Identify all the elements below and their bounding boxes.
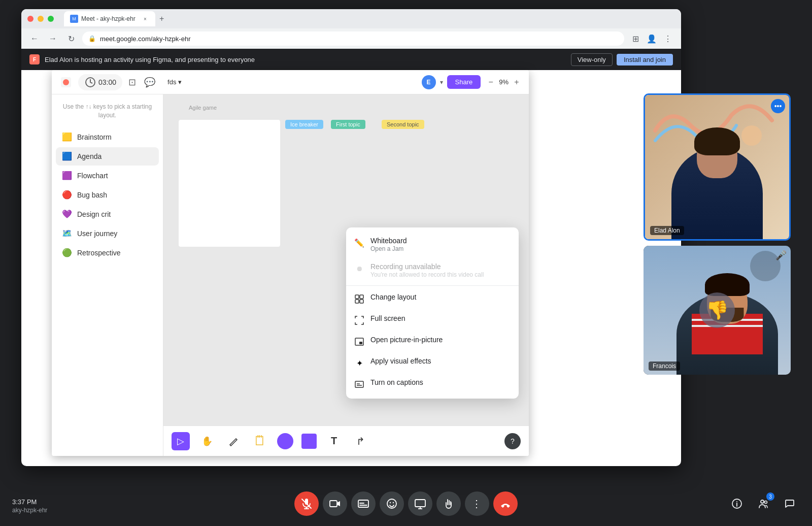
- info-bar-actions: View-only Install and join: [571, 53, 673, 66]
- minimize-window-btn[interactable]: [38, 16, 44, 22]
- pen-tool[interactable]: [224, 432, 243, 450]
- hair-francois: [705, 273, 750, 296]
- square-shape[interactable]: [301, 434, 317, 449]
- template-item-bugbash[interactable]: 🔴 Bug bash: [56, 186, 159, 204]
- zoom-level: 9%: [499, 78, 509, 86]
- figma-timer[interactable]: 03:00: [78, 74, 122, 90]
- profile-btn[interactable]: 👤: [645, 31, 659, 46]
- mute-btn[interactable]: [294, 491, 319, 516]
- view-only-btn[interactable]: View-only: [571, 53, 613, 66]
- info-bar-message: Elad Alon is hosting an activity using F…: [45, 56, 566, 63]
- second-topic-tag: Second topic: [382, 120, 424, 129]
- browser-window: M Meet - aky-hzpk-ehr × + ← → ↻ 🔒 meet.g…: [21, 9, 681, 466]
- figma-toolbar: 03:00 ⊡ 💬 fds ▾ E ▾ Share − 9% +: [52, 70, 529, 94]
- whiteboard-label: Whiteboard: [370, 237, 407, 245]
- help-btn[interactable]: ?: [504, 433, 521, 449]
- template-item-designcrit[interactable]: 💜 Design crit: [56, 205, 159, 223]
- figma-project-title[interactable]: fds ▾: [167, 78, 182, 86]
- zoom-out-btn[interactable]: −: [485, 76, 497, 88]
- circle-shape[interactable]: [277, 433, 293, 449]
- svg-rect-18: [358, 500, 368, 507]
- mute-icon-francois: 🎤: [775, 250, 787, 261]
- agenda-frame: [179, 120, 280, 247]
- text-tool[interactable]: T: [325, 432, 343, 450]
- browser-titlebar: M Meet - aky-hzpk-ehr × +: [21, 9, 681, 28]
- menu-item-layout[interactable]: Change layout: [346, 288, 519, 309]
- svg-point-30: [761, 500, 764, 503]
- menu-item-whiteboard[interactable]: ✏️ Whiteboard Open a Jam: [346, 232, 519, 257]
- end-call-btn[interactable]: [493, 491, 518, 516]
- extensions-btn[interactable]: ⊞: [628, 31, 642, 46]
- video-panel-francois: 👎 🎤 Francois: [644, 246, 791, 375]
- chat-btn[interactable]: [780, 494, 800, 514]
- svg-rect-7: [355, 338, 363, 345]
- template-item-brainstorm[interactable]: 🟨 Brainstorm: [56, 128, 159, 146]
- svg-rect-24: [415, 500, 425, 507]
- new-tab-btn[interactable]: +: [155, 12, 168, 25]
- figma-bottom-bar: ▷ ✋ 🗒 T ↱ ?: [163, 425, 529, 456]
- zoom-in-btn[interactable]: +: [511, 76, 523, 88]
- sticky-note-tool[interactable]: 🗒: [251, 432, 269, 450]
- template-label-flowchart: Flowchart: [77, 172, 108, 180]
- people-btn[interactable]: 3: [753, 494, 773, 514]
- present-btn[interactable]: [408, 491, 432, 516]
- share-btn[interactable]: Share: [447, 75, 481, 89]
- brainstorm-icon: 🟨: [62, 132, 72, 142]
- maximize-window-btn[interactable]: [48, 16, 54, 22]
- people-count-badge: 3: [766, 492, 774, 501]
- video-name-elad: Elad Alon: [650, 226, 684, 235]
- menu-item-effects[interactable]: ✦ Apply visual effects: [346, 352, 519, 373]
- svg-rect-6: [360, 300, 363, 303]
- emoji-btn[interactable]: [380, 491, 404, 516]
- hair-shape: [694, 127, 740, 155]
- raise-hand-btn[interactable]: [436, 491, 461, 516]
- recording-icon: ⏺: [354, 264, 364, 274]
- meet-id-display: aky-hzpk-ehr: [12, 507, 47, 514]
- address-text: meet.google.com/aky-hzpk-ehr: [100, 35, 190, 43]
- template-label-bugbash: Bug bash: [77, 191, 107, 199]
- comment-btn[interactable]: 💬: [142, 75, 157, 90]
- template-item-flowchart[interactable]: 🟪 Flowchart: [56, 167, 159, 185]
- menu-divider-1: [346, 285, 519, 286]
- menu-item-fullscreen[interactable]: Full screen: [346, 309, 519, 331]
- hand-tool[interactable]: ✋: [198, 432, 216, 450]
- tab-favicon: M: [70, 15, 78, 23]
- template-item-userjourney[interactable]: 🗺️ User journey: [56, 224, 159, 243]
- arrow-tool[interactable]: ↱: [351, 432, 369, 450]
- more-btn[interactable]: ⋮: [465, 491, 489, 516]
- meet-time-display: 3:37 PM: [12, 498, 37, 506]
- info-btn[interactable]: [727, 494, 747, 514]
- browser-navbar: ← → ↻ 🔒 meet.google.com/aky-hzpk-ehr ⊞ 👤…: [21, 28, 681, 49]
- svg-point-22: [390, 502, 391, 503]
- browser-tab-meet[interactable]: M Meet - aky-hzpk-ehr ×: [64, 11, 155, 26]
- back-btn[interactable]: ←: [27, 31, 42, 46]
- template-item-retro[interactable]: 🟢 Retrospective: [56, 244, 159, 262]
- tab-close-btn[interactable]: ×: [141, 15, 149, 23]
- figma-logo-btn[interactable]: [58, 74, 74, 90]
- svg-rect-3: [355, 295, 359, 299]
- camera-btn[interactable]: [323, 491, 347, 516]
- forward-btn[interactable]: →: [46, 31, 60, 46]
- menu-item-captions[interactable]: Turn on captions: [346, 373, 519, 394]
- menu-btn[interactable]: ⋮: [661, 31, 675, 46]
- video-more-btn-elad[interactable]: •••: [771, 99, 785, 113]
- agenda-icon: 🟦: [62, 151, 72, 161]
- reload-btn[interactable]: ↻: [64, 31, 78, 46]
- meet-right-btns: 3: [727, 494, 800, 514]
- close-window-btn[interactable]: [27, 16, 33, 22]
- template-label-designcrit: Design crit: [77, 210, 111, 218]
- video-bg-francois: 👎 🎤 Francois: [644, 246, 791, 375]
- menu-item-pip[interactable]: Open picture-in-picture: [346, 331, 519, 352]
- template-item-agenda[interactable]: 🟦 Agenda: [56, 147, 159, 166]
- svg-rect-17: [330, 501, 337, 507]
- effects-label: Apply visual effects: [370, 357, 431, 365]
- captions-btn[interactable]: [351, 491, 376, 516]
- view-toggle-btn[interactable]: ⊡: [126, 75, 138, 90]
- install-join-btn[interactable]: Install and join: [617, 54, 673, 65]
- panel-hint: Use the ↑↓ keys to pick a starting layou…: [56, 103, 159, 128]
- video-bg-elad: ••• Elad Alon: [645, 95, 789, 239]
- address-bar[interactable]: 🔒 meet.google.com/aky-hzpk-ehr: [82, 31, 624, 46]
- cursor-tool[interactable]: ▷: [172, 432, 190, 450]
- user-avatar: E: [422, 75, 436, 89]
- svg-point-1: [63, 79, 69, 85]
